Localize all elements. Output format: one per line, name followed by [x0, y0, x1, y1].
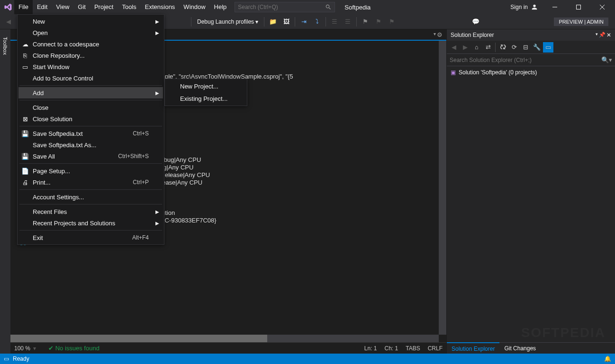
app-title: Softpedia [344, 4, 371, 11]
prev-bm-icon[interactable]: ⚑ [373, 16, 384, 27]
add-new-project[interactable]: New Project... [166, 80, 246, 92]
wrench-icon[interactable]: 🔧 [532, 42, 542, 53]
vertical-scrollbar[interactable] [439, 41, 446, 335]
maximize-button[interactable] [568, 0, 589, 14]
file-add[interactable]: Add▶ [18, 87, 163, 98]
file-new[interactable]: New▶ [18, 16, 163, 27]
menu-project[interactable]: Project [90, 0, 118, 14]
menubar: File Edit View Git Project Tools Extensi… [14, 0, 231, 14]
search-input[interactable] [238, 4, 325, 10]
file-add-source-control[interactable]: Add to Source Control [18, 72, 163, 84]
separator [19, 204, 162, 204]
next-bm-icon[interactable]: ⚑ [386, 16, 398, 27]
collapse-icon[interactable]: ⊟ [520, 42, 531, 53]
feedback-icon[interactable]: 💬 [470, 16, 481, 27]
close-icon[interactable]: ✕ [606, 32, 611, 38]
separator [295, 17, 295, 27]
list2-icon[interactable]: ☰ [342, 16, 353, 27]
menu-tools[interactable]: Tools [118, 0, 140, 14]
close-icon: ⊠ [21, 115, 29, 123]
search-box[interactable] [235, 2, 335, 12]
home-icon[interactable]: ⌂ [471, 42, 482, 53]
file-print[interactable]: 🖨Print...Ctrl+P [18, 177, 163, 188]
forward-icon[interactable]: ▶ [460, 42, 470, 53]
gear-icon[interactable]: ⚙ [437, 31, 443, 38]
file-page-setup[interactable]: 📄Page Setup... [18, 165, 163, 177]
lineending-indicator[interactable]: CRLF [428, 345, 443, 352]
vs-logo-icon [2, 1, 14, 13]
image-icon[interactable]: 🖼 [280, 16, 292, 27]
preview-icon[interactable]: ▭ [543, 42, 553, 53]
menu-extensions[interactable]: Extensions [141, 0, 180, 14]
minimize-button[interactable] [544, 0, 566, 14]
separator [19, 100, 162, 100]
solution-search[interactable]: 🔍▾ [447, 54, 615, 66]
debug-launch-dropdown[interactable]: Debug Launch profiles ▾ [194, 18, 261, 25]
step-icon[interactable]: ⇥ [298, 16, 309, 27]
dropdown-icon[interactable]: ▾ [596, 32, 598, 38]
back-icon[interactable]: ◀ [3, 16, 14, 27]
folder-icon[interactable]: 📁 [267, 16, 279, 27]
tab-solution-explorer[interactable]: Solution Explorer [447, 342, 499, 354]
menu-help[interactable]: Help [210, 0, 231, 14]
titlebar: File Edit View Git Project Tools Extensi… [0, 0, 615, 14]
issues-indicator[interactable]: ✔ No issues found [48, 345, 99, 352]
solution-explorer-panel: Solution Explorer ▾ 📌 ✕ ◀ ▶ ⌂ ⇄ 🗘 ⟳ ⊟ 🔧 … [446, 29, 615, 354]
file-connect-codespace[interactable]: ☁Connect to a codespace [18, 38, 163, 50]
clone-icon: ⎘ [21, 52, 29, 59]
status-text: Ready [13, 355, 29, 362]
separator [495, 43, 496, 52]
add-submenu: New Project... Existing Project... [164, 79, 247, 106]
file-close-solution[interactable]: ⊠Close Solution [18, 113, 163, 124]
refresh-icon[interactable]: ⟳ [509, 42, 519, 53]
dropdown-icon[interactable]: ▾ [434, 31, 436, 38]
tab-git-changes[interactable]: Git Changes [499, 343, 541, 354]
file-save[interactable]: 💾Save Softpedia.txtCtrl+S [18, 128, 163, 139]
menu-view[interactable]: View [52, 0, 73, 14]
notifications-icon[interactable]: 🔔 [604, 355, 611, 362]
zoom-level[interactable]: 100 % [14, 345, 30, 352]
menu-git[interactable]: Git [73, 0, 90, 14]
file-account-settings[interactable]: Account Settings... [18, 191, 163, 203]
tabs-indicator[interactable]: TABS [406, 345, 420, 352]
list-icon[interactable]: ☰ [329, 16, 340, 27]
bookmark-icon[interactable]: ⚑ [360, 16, 371, 27]
file-save-all[interactable]: 💾Save AllCtrl+Shift+S [18, 151, 163, 162]
file-recent-files[interactable]: Recent Files▶ [18, 206, 163, 217]
statusbar: ▭ Ready 🔔 [0, 354, 615, 364]
file-open[interactable]: Open▶ [18, 27, 163, 38]
col-indicator[interactable]: Ch: 1 [385, 345, 398, 352]
page-icon: 📄 [21, 167, 29, 175]
menu-file[interactable]: File [14, 0, 33, 14]
file-close[interactable]: Close [18, 102, 163, 113]
pin-icon[interactable]: 📌 [599, 32, 606, 38]
save-icon: 💾 [21, 130, 29, 137]
solution-search-input[interactable] [450, 57, 601, 63]
step-over-icon[interactable]: ⤵ [311, 16, 323, 27]
window-icon: ▭ [21, 63, 29, 71]
file-recent-projects[interactable]: Recent Projects and Solutions▶ [18, 217, 163, 229]
toolbox-panel-tab[interactable]: Toolbox [0, 29, 10, 354]
add-existing-project[interactable]: Existing Project... [166, 92, 246, 105]
scrollbar-thumb[interactable] [10, 335, 267, 342]
horizontal-scrollbar[interactable] [10, 335, 439, 342]
separator [19, 230, 162, 231]
sync-icon[interactable]: 🗘 [497, 42, 508, 53]
line-indicator[interactable]: Ln: 1 [364, 345, 377, 352]
menu-window[interactable]: Window [179, 0, 209, 14]
close-button[interactable] [591, 0, 613, 14]
back-icon[interactable]: ◀ [449, 42, 459, 53]
sign-in-button[interactable]: Sign in [506, 3, 542, 11]
switch-icon[interactable]: ⇄ [483, 42, 493, 53]
preview-admin-button[interactable]: PREVIEW | ADMIN [554, 18, 608, 26]
menu-edit[interactable]: Edit [33, 0, 52, 14]
separator [356, 17, 357, 27]
file-exit[interactable]: ExitAlt+F4 [18, 232, 163, 243]
solution-explorer-header: Solution Explorer ▾ 📌 ✕ [447, 29, 615, 41]
file-save-as[interactable]: Save Softpedia.txt As... [18, 139, 163, 151]
file-clone-repo[interactable]: ⎘Clone Repository... [18, 50, 163, 61]
separator [19, 163, 162, 164]
file-start-window[interactable]: ▭Start Window [18, 61, 163, 72]
solution-root-item[interactable]: ▣ Solution 'Softpedia' (0 projects) [451, 68, 611, 77]
solution-tree[interactable]: ▣ Solution 'Softpedia' (0 projects) [447, 66, 615, 342]
